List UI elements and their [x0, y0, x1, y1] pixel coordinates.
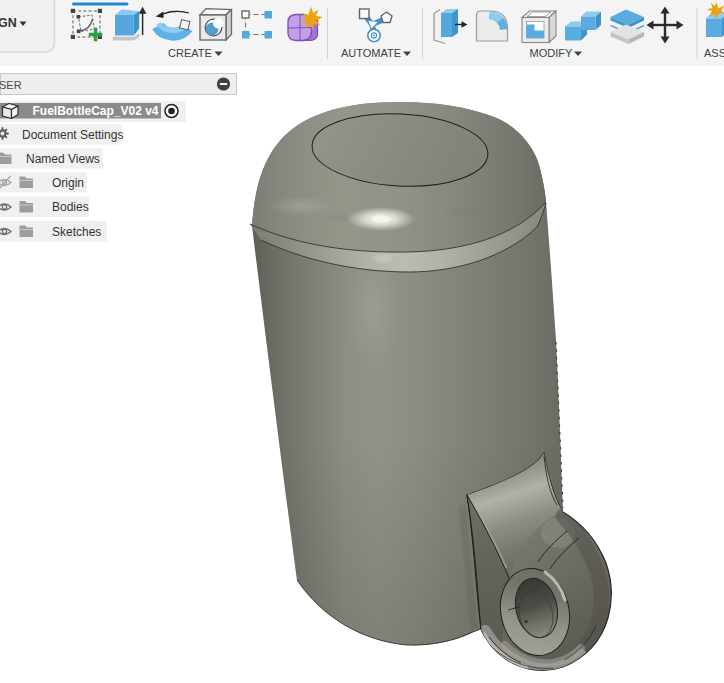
svg-text:Sketches: Sketches — [52, 225, 101, 239]
svg-text:AUTOMATE: AUTOMATE — [341, 47, 401, 59]
svg-text:Named Views: Named Views — [26, 152, 100, 166]
svg-text:Document Settings: Document Settings — [22, 128, 123, 142]
svg-text:GN: GN — [0, 16, 17, 30]
svg-text:MODIFY: MODIFY — [530, 47, 573, 59]
svg-text:Origin: Origin — [52, 176, 84, 190]
svg-text:SER: SER — [0, 79, 22, 91]
svg-text:ASSE: ASSE — [704, 47, 724, 59]
svg-text:FuelBottleCap_V02 v4: FuelBottleCap_V02 v4 — [33, 104, 159, 118]
svg-text:CREATE: CREATE — [168, 47, 212, 59]
svg-text:Bodies: Bodies — [52, 200, 89, 214]
